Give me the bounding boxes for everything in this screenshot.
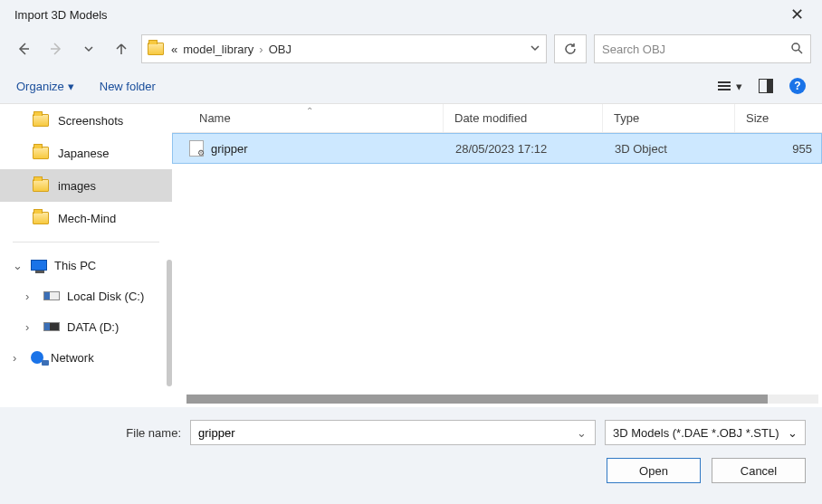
sidebar: Screenshots Japanese images Mech-Mind ⌄T… (0, 104, 172, 407)
breadcrumb-parent[interactable]: model_library (183, 43, 253, 56)
close-icon[interactable]: ✕ (781, 1, 813, 28)
search-box[interactable] (594, 34, 811, 63)
sidebar-item-screenshots[interactable]: Screenshots (0, 104, 172, 137)
search-input[interactable] (602, 43, 790, 56)
sort-indicator-icon: ⌃ (306, 106, 313, 116)
address-bar[interactable]: « model_library › OBJ (141, 34, 547, 63)
filename-input[interactable] (198, 426, 575, 440)
toolbar: Organize ▾ New folder ▾ ? (0, 69, 822, 103)
disk-icon (43, 322, 60, 331)
column-size[interactable]: Size (735, 104, 822, 132)
breadcrumb-ellipsis[interactable]: « (171, 43, 177, 56)
help-icon[interactable]: ? (789, 78, 806, 94)
folder-icon (33, 114, 49, 127)
address-dropdown-icon[interactable] (530, 43, 540, 56)
breadcrumb-current[interactable]: OBJ (269, 43, 292, 56)
file-type: 3D Object (604, 142, 736, 156)
search-icon[interactable] (790, 42, 803, 57)
chevron-right-icon: › (13, 351, 24, 365)
file-date: 28/05/2023 17:12 (444, 142, 604, 156)
folder-icon (33, 179, 49, 192)
sidebar-item-label: DATA (D:) (67, 320, 119, 334)
recent-dropdown-icon[interactable] (76, 36, 101, 62)
preview-pane-button[interactable] (759, 79, 773, 93)
open-button[interactable]: Open (607, 458, 701, 483)
sidebar-item-label: Japanese (58, 147, 109, 160)
file-icon (189, 140, 204, 157)
sidebar-item-network[interactable]: ›Network (0, 342, 172, 373)
file-size: 955 (736, 142, 821, 156)
filename-field[interactable]: ⌄ (190, 420, 596, 445)
chevron-down-icon: ⌄ (788, 426, 798, 440)
svg-point-2 (792, 43, 799, 51)
column-type[interactable]: Type (603, 104, 735, 132)
filter-label: 3D Models (*.DAE *.OBJ *.STL) (613, 426, 779, 440)
chevron-right-icon[interactable]: › (259, 43, 263, 56)
file-type-filter[interactable]: 3D Models (*.DAE *.OBJ *.STL) ⌄ (605, 420, 806, 445)
nav-row: « model_library › OBJ (0, 29, 822, 69)
chevron-right-icon: › (25, 320, 36, 334)
new-folder-button[interactable]: New folder (100, 80, 156, 93)
main-area: Screenshots Japanese images Mech-Mind ⌄T… (0, 103, 822, 407)
view-mode-button[interactable]: ▾ (718, 80, 742, 93)
file-list: Name⌃ Date modified Type Size gripper 28… (172, 104, 822, 407)
sidebar-item-thispc[interactable]: ⌄This PC (0, 250, 172, 281)
column-date[interactable]: Date modified (444, 104, 603, 132)
pc-icon (31, 260, 47, 271)
sidebar-item-label: images (58, 179, 96, 193)
back-button[interactable] (11, 36, 36, 62)
folder-icon (33, 147, 49, 159)
chevron-down-icon: ⌄ (13, 259, 24, 272)
sidebar-item-label: Network (51, 351, 94, 365)
up-button[interactable] (109, 36, 134, 62)
file-name: gripper (211, 142, 247, 156)
title-bar: Import 3D Models ✕ (0, 0, 822, 29)
horizontal-scrollbar[interactable] (186, 395, 818, 404)
sidebar-item-drive-d[interactable]: ›DATA (D:) (0, 311, 172, 342)
chevron-right-icon: › (25, 290, 36, 303)
sidebar-item-japanese[interactable]: Japanese (0, 137, 172, 169)
footer: File name: ⌄ 3D Models (*.DAE *.OBJ *.ST… (0, 407, 822, 492)
window-title: Import 3D Models (9, 8, 108, 22)
organize-label: Organize (16, 80, 64, 93)
organize-menu[interactable]: Organize ▾ (16, 80, 74, 93)
chevron-down-icon[interactable]: ⌄ (575, 426, 588, 440)
chevron-down-icon: ▾ (68, 80, 74, 93)
svg-line-3 (798, 50, 802, 53)
refresh-button[interactable] (554, 34, 587, 63)
disk-icon (43, 291, 60, 300)
sidebar-item-mechmind[interactable]: Mech-Mind (0, 202, 172, 234)
sidebar-item-label: This PC (54, 259, 96, 272)
sidebar-item-images[interactable]: images (0, 169, 172, 202)
filename-label: File name: (16, 426, 181, 440)
column-headers: Name⌃ Date modified Type Size (172, 104, 822, 133)
file-row[interactable]: gripper 28/05/2023 17:12 3D Object 955 (172, 133, 822, 164)
forward-button[interactable] (43, 36, 69, 62)
column-name[interactable]: Name⌃ (172, 104, 444, 132)
list-icon (718, 81, 731, 90)
sidebar-item-label: Mech-Mind (58, 212, 116, 225)
sidebar-item-label: Screenshots (58, 114, 123, 128)
sidebar-item-label: Local Disk (C:) (67, 290, 144, 303)
breadcrumb: « model_library › OBJ (171, 43, 292, 56)
divider (13, 242, 159, 242)
scrollbar-thumb[interactable] (186, 395, 768, 404)
cancel-button[interactable]: Cancel (712, 458, 806, 483)
sidebar-item-drive-c[interactable]: ›Local Disk (C:) (0, 281, 172, 311)
folder-icon (148, 43, 164, 55)
chevron-down-icon: ▾ (736, 80, 742, 93)
folder-icon (33, 212, 49, 224)
network-icon (31, 351, 43, 364)
